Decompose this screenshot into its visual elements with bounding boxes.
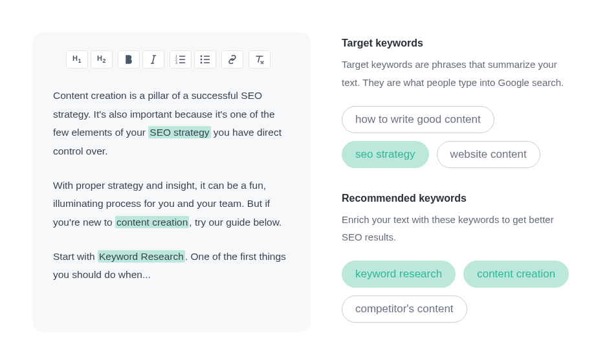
keyword-pill[interactable]: website content [437, 141, 540, 168]
recommended-keywords-desc: Enrich your text with these keywords to … [342, 211, 575, 247]
keyword-highlight: Keyword Research [98, 250, 185, 262]
italic-button[interactable] [142, 50, 164, 69]
target-keywords-desc: Target keywords are phrases that summari… [342, 56, 575, 92]
recommended-keywords-list: keyword researchcontent creationcompetit… [342, 261, 575, 323]
bold-button[interactable] [118, 50, 140, 69]
editor-paragraph: Content creation is a pillar of a succes… [53, 87, 290, 161]
ordered-list-button[interactable]: 123 [170, 50, 192, 69]
editor-paragraph: With proper strategy and insight, it can… [53, 177, 290, 232]
keyword-highlight: content creation [115, 216, 189, 228]
keyword-pill[interactable]: seo strategy [342, 141, 429, 168]
editor-panel: H1 H2 123 [32, 32, 311, 332]
side-panel: Target keywords Target keywords are phra… [342, 32, 575, 332]
clear-format-icon [254, 55, 265, 64]
unordered-list-button[interactable] [194, 50, 216, 69]
heading2-button[interactable]: H2 [91, 50, 113, 69]
svg-point-4 [201, 59, 203, 61]
recommended-keywords-section: Recommended keywords Enrich your text wi… [342, 193, 575, 323]
keyword-pill[interactable]: competitor's content [342, 295, 467, 323]
paragraph-text: Start with [53, 251, 98, 262]
editor-toolbar: H1 H2 123 [53, 50, 290, 69]
target-keywords-list: how to write good contentseo strategyweb… [342, 106, 575, 168]
svg-point-3 [201, 56, 203, 58]
keyword-pill[interactable]: how to write good content [342, 106, 494, 133]
unordered-list-icon [200, 55, 210, 64]
paragraph-text: , try our guide below. [189, 217, 281, 228]
heading1-button[interactable]: H1 [66, 50, 88, 69]
target-keywords-title: Target keywords [342, 37, 575, 49]
keyword-highlight: SEO strategy [148, 126, 210, 138]
italic-icon [149, 55, 157, 64]
editor-content[interactable]: Content creation is a pillar of a succes… [53, 87, 290, 284]
target-keywords-section: Target keywords Target keywords are phra… [342, 37, 575, 168]
keyword-pill[interactable]: content creation [463, 261, 569, 288]
svg-text:3: 3 [175, 61, 177, 64]
editor-paragraph: Start with Keyword Research. One of the … [53, 248, 290, 284]
clear-format-button[interactable] [248, 50, 270, 69]
svg-point-5 [201, 62, 203, 64]
ordered-list-icon: 123 [175, 55, 186, 64]
keyword-pill[interactable]: keyword research [342, 261, 456, 288]
link-icon [227, 55, 237, 64]
bold-icon [125, 55, 133, 64]
recommended-keywords-title: Recommended keywords [342, 193, 575, 204]
link-button[interactable] [221, 50, 243, 69]
